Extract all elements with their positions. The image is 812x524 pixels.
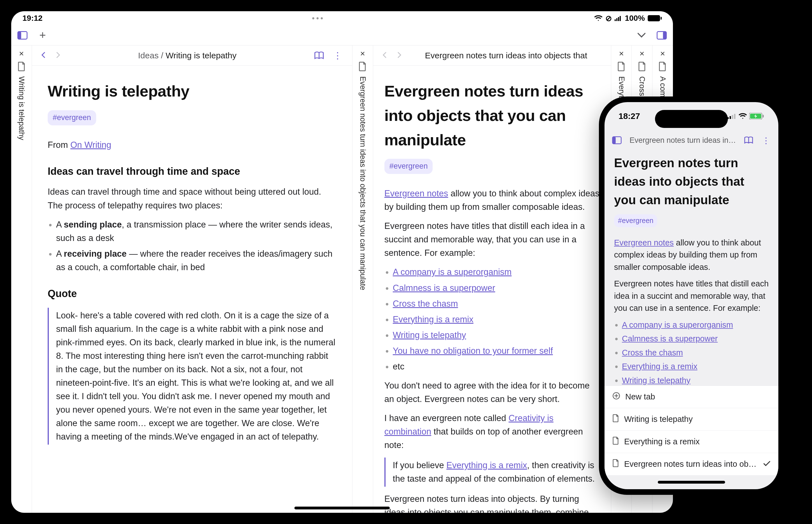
svg-rect-7: [18, 31, 21, 39]
document-icon: [359, 62, 367, 71]
svg-rect-16: [763, 115, 764, 117]
svg-rect-3: [620, 16, 621, 21]
right-sidebar-icon[interactable]: [656, 29, 668, 42]
phone-note-body[interactable]: Evergreen notes turn ideas into objects …: [605, 150, 778, 386]
close-icon[interactable]: ×: [640, 49, 645, 58]
chevron-down-icon[interactable]: [636, 29, 648, 42]
link-remix[interactable]: Everything is a remix: [446, 460, 527, 470]
heading-quote: Quote: [48, 286, 337, 301]
main-toolbar: +: [11, 25, 673, 46]
breadcrumb[interactable]: Evergreen notes turn ideas into objects …: [410, 51, 603, 60]
status-time: 18:27: [619, 111, 640, 121]
link-on-writing[interactable]: On Writing: [70, 140, 111, 150]
check-icon: [763, 459, 771, 469]
note-title: Evergreen notes turn ideas into objects …: [614, 154, 769, 209]
close-icon[interactable]: ×: [19, 49, 24, 58]
sidebar-toggle-icon[interactable]: [611, 134, 623, 146]
breadcrumb[interactable]: Ideas / Writing is telepathy: [68, 51, 306, 60]
phone-toolbar: Evergreen notes turn ideas in… ⋮: [605, 130, 778, 150]
status-time: 19:12: [22, 14, 43, 23]
sidebar-toggle-icon[interactable]: [16, 29, 29, 42]
list-item: Calmness is a superpower: [622, 333, 769, 345]
note-link[interactable]: Everything is a remix: [393, 314, 474, 324]
multitask-dots[interactable]: •••: [43, 14, 594, 23]
note-link[interactable]: You have no obligation to your former se…: [393, 346, 553, 356]
new-tab-icon[interactable]: +: [36, 29, 49, 42]
breadcrumb-parent: Ideas: [138, 51, 158, 60]
note-title: Evergreen notes turn ideas into objects …: [385, 79, 600, 152]
iphone-device: 18:27 Evergreen notes turn ideas in… ⋮ E…: [599, 97, 784, 495]
note-link[interactable]: Cross the chasm: [393, 299, 458, 309]
links-list: A company is a superorganism Calmness is…: [622, 319, 769, 386]
nav-back-icon[interactable]: [382, 52, 389, 60]
tag-evergreen[interactable]: #evergreen: [48, 110, 96, 126]
tag-evergreen[interactable]: #evergreen: [614, 214, 657, 227]
list-item: You have no obligation to your former se…: [393, 344, 600, 358]
note-link[interactable]: Writing is telepathy: [393, 330, 466, 340]
list-item: A company is a superorganism: [393, 265, 600, 279]
list-item: Cross the chasm: [393, 297, 600, 311]
nav-forward-icon[interactable]: [54, 52, 62, 60]
link-evergreen-notes[interactable]: Evergreen notes: [385, 189, 448, 198]
ipad-screen: 19:12 ••• ⊘ 100% +: [11, 11, 673, 513]
tab-label: Writing is telepathy: [624, 414, 693, 424]
note-title: Writing is telepathy: [48, 79, 337, 103]
para-titles: Evergreen notes have titles that distill…: [614, 278, 769, 314]
link-evergreen-notes[interactable]: Evergreen notes: [614, 238, 674, 247]
reader-mode-icon[interactable]: [313, 49, 325, 62]
para-telepathy: Ideas can travel through time and space …: [48, 185, 337, 212]
list-item: A company is a superorganism: [622, 319, 769, 331]
note-link[interactable]: Everything is a remix: [622, 362, 697, 371]
svg-rect-5: [661, 17, 662, 20]
close-icon[interactable]: ×: [660, 49, 665, 58]
note-link[interactable]: Calmness is a superpower: [622, 334, 718, 343]
note-link[interactable]: Writing is telepathy: [622, 376, 690, 385]
phone-title[interactable]: Evergreen notes turn ideas in…: [628, 136, 738, 145]
note-body-1[interactable]: Writing is telepathy #evergreen From On …: [32, 66, 352, 513]
orientation-lock-icon: ⊘: [605, 14, 612, 23]
more-icon[interactable]: ⋮: [332, 49, 344, 62]
note-link[interactable]: Cross the chasm: [622, 348, 683, 357]
pane-head: Evergreen notes turn ideas into objects …: [373, 46, 611, 66]
svg-rect-0: [614, 19, 616, 21]
para-intro: Evergreen notes allow you to think about…: [614, 237, 769, 274]
note-link[interactable]: Calmness is a superpower: [393, 283, 495, 293]
pane-evergreen: Evergreen notes turn ideas into objects …: [373, 46, 611, 513]
vtab-left[interactable]: × Writing is telepathy: [11, 46, 32, 513]
svg-rect-11: [730, 116, 731, 119]
battery-charging-icon: [749, 113, 764, 119]
tag-evergreen[interactable]: #evergreen: [385, 159, 433, 174]
para-objects: Evergreen notes turn ideas into objects.…: [385, 492, 600, 513]
reader-mode-icon[interactable]: [743, 134, 755, 146]
blockquote: Look- here's a table covered with red cl…: [48, 308, 337, 445]
tab-row[interactable]: Writing is telepathy: [605, 408, 778, 430]
nav-back-icon[interactable]: [40, 52, 48, 60]
list-item: A receiving place — where the reader rec…: [56, 247, 337, 274]
list-places: A sending place, a transmission place — …: [56, 218, 337, 274]
new-tab-row[interactable]: New tab: [605, 386, 778, 408]
note-body-2[interactable]: Evergreen notes turn ideas into objects …: [373, 66, 611, 513]
tab-label: Evergreen notes turn ideas into objects …: [624, 459, 758, 469]
svg-rect-2: [618, 17, 619, 21]
document-icon: [612, 437, 619, 446]
svg-rect-4: [648, 15, 660, 21]
tab-row[interactable]: Everything is a remix: [605, 430, 778, 453]
wifi-icon: [739, 113, 747, 119]
breadcrumb-current: Writing is telepathy: [166, 51, 237, 60]
close-icon[interactable]: ×: [619, 49, 624, 58]
breadcrumb-current: Evergreen notes turn ideas into objects …: [425, 51, 588, 60]
nav-forward-icon[interactable]: [395, 52, 403, 60]
document-icon: [638, 62, 646, 71]
more-icon[interactable]: ⋮: [760, 134, 772, 146]
home-indicator[interactable]: [605, 475, 778, 489]
home-indicator[interactable]: [294, 507, 390, 509]
svg-rect-9: [663, 31, 666, 39]
signal-icon: [614, 15, 622, 21]
close-icon[interactable]: ×: [360, 49, 365, 58]
tab-row-active[interactable]: Evergreen notes turn ideas into objects …: [605, 453, 778, 475]
heading-ideas-travel: Ideas can travel through time and space: [48, 164, 337, 179]
note-link[interactable]: A company is a superorganism: [622, 320, 733, 329]
list-item: Writing is telepathy: [622, 375, 769, 386]
note-link[interactable]: A company is a superorganism: [393, 267, 512, 277]
vtab-mid[interactable]: × Evergreen notes turn ideas into object…: [353, 46, 373, 513]
